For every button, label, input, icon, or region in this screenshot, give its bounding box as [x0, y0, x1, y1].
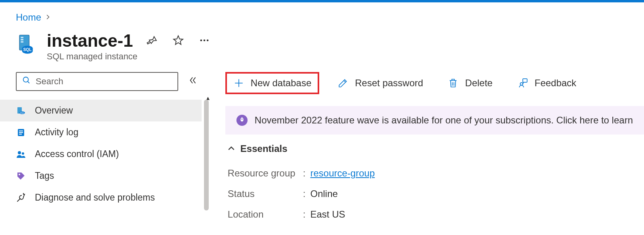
essentials-title: Essentials [240, 143, 288, 154]
resource-group-link[interactable]: resource-group [311, 168, 375, 179]
collapse-sidebar-button[interactable] [189, 76, 197, 87]
delete-button[interactable]: Delete [441, 74, 499, 93]
search-input[interactable] [36, 76, 172, 87]
svg-point-9 [206, 39, 208, 41]
essentials-value: East US [311, 209, 345, 220]
sql-managed-instance-icon: SQL [16, 31, 37, 56]
plus-icon [233, 78, 244, 89]
button-label: Feedback [535, 78, 576, 89]
essentials-label: Resource group [228, 168, 303, 179]
new-database-button[interactable]: New database [227, 74, 318, 93]
svg-point-19 [18, 151, 21, 154]
pin-button[interactable] [145, 33, 159, 49]
reset-password-button[interactable]: Reset password [331, 74, 429, 93]
svg-rect-3 [21, 39, 23, 40]
sidebar-item-label: Tags [35, 171, 54, 181]
svg-rect-28 [523, 79, 527, 82]
svg-text:SQL: SQL [20, 112, 24, 114]
svg-point-29 [241, 119, 242, 120]
resource-type-label: SQL managed instance [47, 51, 211, 62]
svg-point-8 [203, 39, 205, 41]
essentials-toggle[interactable]: Essentials [228, 143, 644, 154]
command-bar: New database Reset password Delete [225, 72, 644, 94]
search-icon [22, 76, 31, 87]
svg-rect-17 [19, 132, 23, 133]
banner-text: November 2022 feature wave is available … [255, 115, 633, 126]
sidebar-item-label: Diagnose and solve problems [35, 192, 155, 203]
tag-icon [16, 171, 26, 181]
button-label: Reset password [355, 78, 423, 89]
sidebar-item-activity-log[interactable]: Activity log [16, 121, 202, 143]
main-panel: New database Reset password Delete [202, 72, 644, 225]
wrench-icon [16, 193, 26, 203]
sidebar-item-label: Overview [35, 105, 73, 116]
svg-rect-2 [21, 37, 23, 38]
chevron-right-icon [45, 13, 51, 22]
sidebar-item-tags[interactable]: Tags [16, 165, 202, 187]
svg-rect-16 [19, 131, 23, 131]
sidebar-nav: ▴ SQL Overview Activity log [16, 100, 202, 208]
sql-instance-icon: SQL [16, 106, 26, 116]
trash-icon [448, 78, 459, 89]
sidebar: ▴ SQL Overview Activity log [16, 72, 202, 225]
essentials-row-location: Location : East US [228, 204, 644, 225]
svg-line-11 [28, 81, 30, 83]
page-title: instance-1 [47, 31, 133, 51]
essentials-row-status: Status : Online [228, 184, 644, 204]
activity-log-icon [16, 127, 26, 138]
rocket-icon [236, 115, 248, 126]
sidebar-search[interactable] [16, 72, 178, 91]
feature-wave-banner[interactable]: November 2022 feature wave is available … [225, 106, 644, 135]
sidebar-item-diagnose[interactable]: Diagnose and solve problems [16, 187, 202, 208]
button-label: Delete [465, 78, 492, 89]
essentials-label: Location [228, 209, 303, 220]
svg-rect-4 [21, 41, 23, 42]
essentials-row-resource-group: Resource group : resource-group [228, 163, 644, 184]
svg-point-20 [22, 152, 24, 155]
feedback-person-icon [517, 78, 528, 89]
sidebar-scrollbar[interactable] [204, 100, 209, 210]
sidebar-item-label: Activity log [35, 127, 78, 138]
svg-point-27 [520, 83, 523, 85]
breadcrumb: Home [16, 12, 644, 23]
breadcrumb-home-link[interactable]: Home [16, 12, 41, 23]
feedback-button[interactable]: Feedback [511, 74, 583, 93]
sidebar-item-access-control[interactable]: Access control (IAM) [16, 143, 202, 165]
sidebar-item-label: Access control (IAM) [35, 149, 119, 159]
resource-header: SQL instance-1 SQL m [16, 31, 644, 62]
callout-highlight: New database [225, 72, 319, 94]
favorite-star-button[interactable] [171, 33, 185, 49]
svg-rect-18 [19, 134, 22, 135]
essentials-label: Status [228, 188, 303, 199]
button-label: New database [251, 78, 311, 89]
more-actions-button[interactable] [197, 33, 211, 49]
svg-line-24 [344, 81, 345, 82]
svg-text:SQL: SQL [23, 47, 32, 52]
edit-pencil-icon [337, 78, 349, 89]
essentials-table: Resource group : resource-group Status :… [228, 163, 644, 225]
svg-point-7 [200, 39, 202, 41]
chevron-up-icon [228, 143, 235, 154]
essentials-value: Online [311, 188, 338, 199]
svg-point-10 [23, 77, 29, 82]
sidebar-item-overview[interactable]: SQL Overview [0, 100, 202, 121]
svg-point-21 [19, 174, 20, 175]
people-icon [16, 149, 26, 159]
